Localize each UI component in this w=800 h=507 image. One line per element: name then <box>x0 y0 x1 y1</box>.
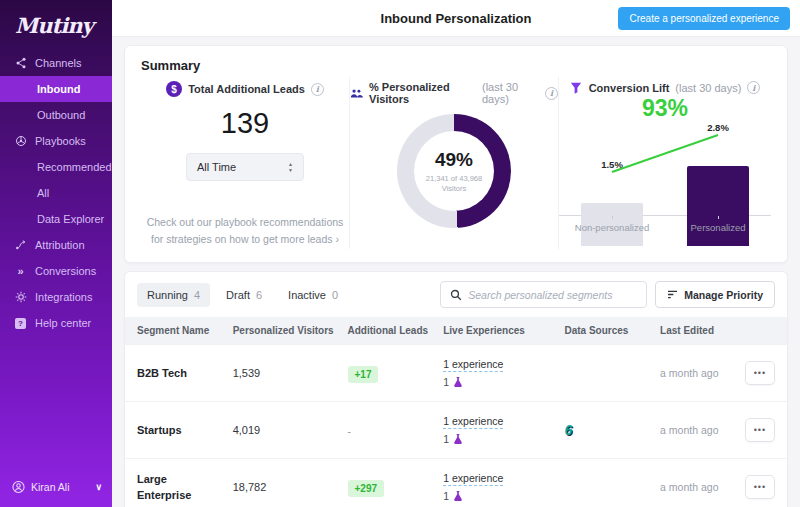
manage-priority-label: Manage Priority <box>684 289 763 301</box>
metric-total-additional-leads: $ Total Additional Leads i 139 All Time … <box>141 77 349 249</box>
experience-link[interactable]: 1 experience <box>443 472 503 486</box>
manage-priority-button[interactable]: Manage Priority <box>655 281 775 308</box>
info-icon[interactable]: i <box>545 87 558 100</box>
info-icon[interactable]: i <box>311 83 324 96</box>
sidebar-item-playbooks[interactable]: Playbooks <box>0 128 112 154</box>
sidebar-item-label: Inbound <box>37 83 80 95</box>
flask-icon <box>453 433 463 445</box>
axis-tick <box>718 216 719 219</box>
sidebar-item-attribution[interactable]: Attribution <box>0 232 112 258</box>
bar-value-label: 1.5% <box>581 159 643 170</box>
metric-label: % Personalized Visitors <box>369 81 476 105</box>
search-input[interactable] <box>468 289 637 301</box>
variant-count: 1 <box>443 433 449 445</box>
tab-label: Inactive <box>288 289 326 301</box>
kebab-menu-button[interactable]: ••• <box>745 361 775 385</box>
column-header: Personalized Visitors <box>233 325 348 336</box>
sidebar-item-conversions[interactable]: » Conversions <box>0 258 112 284</box>
people-icon <box>350 87 363 100</box>
info-icon[interactable]: i <box>747 81 760 94</box>
funnel-icon <box>570 81 583 94</box>
metric-conversion-lift: Conversion Lift (last 30 days) i 93% 1.5… <box>558 77 771 249</box>
sidebar-item-label: Help center <box>35 317 91 329</box>
personalized-visitors-donut: 49% 21,341 of 43,968 Visitors <box>397 114 511 228</box>
help-icon: ? <box>14 317 27 330</box>
segment-name: Large Enterprise <box>137 471 199 504</box>
table-row[interactable]: Startups 4,019 - 1 experience 1 6 a mont… <box>125 401 787 458</box>
summary-metrics: $ Total Additional Leads i 139 All Time … <box>141 77 771 249</box>
segments-controls: Running 4 Draft 6 Inactive 0 <box>125 272 787 317</box>
tab-draft[interactable]: Draft 6 <box>216 283 272 307</box>
tab-label: Draft <box>226 289 250 301</box>
search-icon <box>450 289 462 301</box>
personalized-visitors-value: 18,782 <box>233 481 348 493</box>
sort-icon <box>667 290 678 299</box>
playbook-recommendations-link[interactable]: Check out our playbook recommendations f… <box>147 214 344 247</box>
sidebar-item-channels[interactable]: Channels <box>0 50 112 76</box>
sidebar-item-data-explorer[interactable]: Data Explorer <box>0 206 112 232</box>
sidebar-item-inbound[interactable]: Inbound <box>0 76 112 102</box>
tab-running[interactable]: Running 4 <box>137 283 210 307</box>
sidebar-item-label: Outbound <box>37 109 85 121</box>
sidebar-item-outbound[interactable]: Outbound <box>0 102 112 128</box>
sidebar-item-label: Channels <box>35 57 81 69</box>
metric-period: (last 30 days) <box>675 82 741 94</box>
table-row[interactable]: B2B Tech 1,539 +17 1 experience 1 a mont… <box>125 344 787 401</box>
metric-label: Total Additional Leads <box>188 83 305 95</box>
sidebar: Mutiny Channels Inbound Outbound Playboo… <box>0 0 112 507</box>
conversions-icon: » <box>14 265 27 278</box>
personalized-visitors-value: 4,019 <box>233 424 348 436</box>
tab-label: Running <box>147 289 188 301</box>
time-filter-value: All Time <box>197 161 236 173</box>
column-header: Segment Name <box>137 325 233 336</box>
playbooks-icon <box>14 135 27 148</box>
time-filter-select[interactable]: All Time ▲▼ <box>186 153 304 181</box>
variant-count: 1 <box>443 376 449 388</box>
dollar-icon: $ <box>166 81 182 97</box>
page-title: Inbound Personalization <box>381 11 532 26</box>
experience-link[interactable]: 1 experience <box>443 415 503 429</box>
additional-leads-badge: +297 <box>348 480 385 497</box>
flask-icon <box>453 376 463 388</box>
kebab-menu-button[interactable]: ••• <box>745 418 775 442</box>
integrations-icon <box>14 291 27 304</box>
x-axis-label: Non-personalized <box>569 222 655 233</box>
sidebar-nav: Channels Inbound Outbound Playbooks Reco… <box>0 50 112 468</box>
tab-inactive[interactable]: Inactive 0 <box>278 283 348 307</box>
user-menu[interactable]: Kiran Ali ∨ <box>0 468 112 507</box>
metric-personalized-visitors: % Personalized Visitors (last 30 days) i… <box>349 77 558 249</box>
sidebar-item-label: Recommended <box>37 161 112 173</box>
bar-personalized <box>687 166 749 246</box>
column-header: Live Experiences <box>443 325 564 336</box>
sidebar-item-integrations[interactable]: Integrations <box>0 284 112 310</box>
table-row[interactable]: Large Enterprise 18,782 +297 1 experienc… <box>125 458 787 507</box>
table-header: Segment Name Personalized Visitors Addit… <box>125 317 787 344</box>
additional-leads-badge: +17 <box>348 366 379 383</box>
sidebar-item-label: Integrations <box>35 291 92 303</box>
conversion-lift-chart: 1.5% 2.8% Non-personalized Personalized <box>559 124 771 246</box>
create-experience-button[interactable]: Create a personalized experience <box>618 7 790 30</box>
x-axis-label: Personalized <box>675 222 761 233</box>
status-tabs: Running 4 Draft 6 Inactive 0 <box>137 283 348 307</box>
last-edited: a month ago <box>660 424 743 436</box>
content: Summary $ Total Additional Leads i 139 A… <box>112 37 800 507</box>
kebab-menu-button[interactable]: ••• <box>745 475 775 499</box>
sidebar-item-recommended[interactable]: Recommended <box>0 154 112 180</box>
segment-name: B2B Tech <box>137 365 199 382</box>
app-window: Mutiny Channels Inbound Outbound Playboo… <box>0 0 800 507</box>
channels-icon <box>14 57 27 70</box>
lift-percent: 93% <box>642 95 688 122</box>
donut-subtitle: 21,341 of 43,968 Visitors <box>418 174 490 194</box>
sidebar-item-label: Data Explorer <box>37 213 104 225</box>
sidebar-item-all[interactable]: All <box>0 180 112 206</box>
experience-link[interactable]: 1 experience <box>443 358 503 372</box>
summary-card: Summary $ Total Additional Leads i 139 A… <box>124 45 788 263</box>
axis-tick <box>612 216 613 219</box>
sidebar-item-label: Playbooks <box>35 135 86 147</box>
last-edited: a month ago <box>660 367 743 379</box>
variant-count: 1 <box>443 490 449 502</box>
sidebar-item-help-center[interactable]: ? Help center <box>0 310 112 336</box>
tab-count: 0 <box>332 289 338 301</box>
chevron-down-icon: ∨ <box>95 482 104 492</box>
flask-icon <box>453 490 463 502</box>
